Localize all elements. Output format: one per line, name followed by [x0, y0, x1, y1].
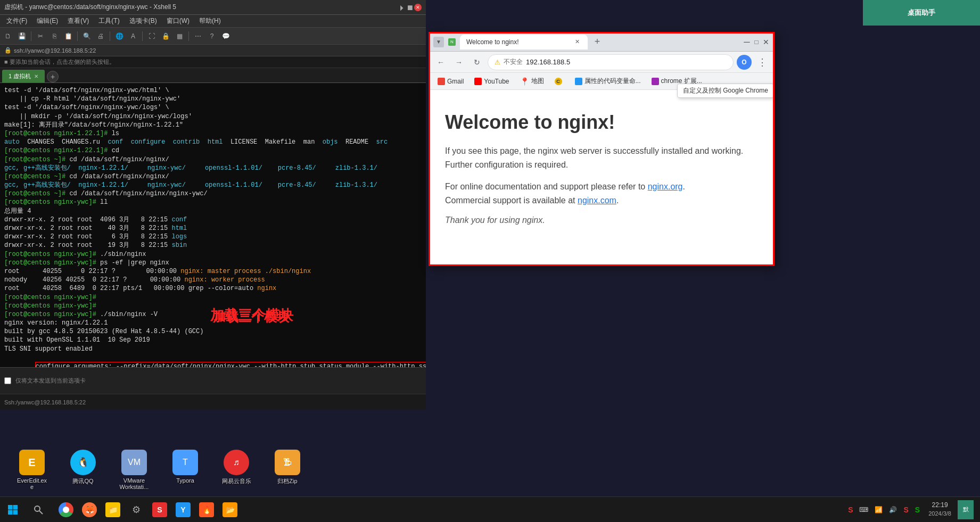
chrome-active-tab[interactable]: Welcome to nginx! ✕: [460, 35, 588, 49]
toolbar-cut-btn[interactable]: ✂: [35, 30, 46, 42]
taskbar-search-btn[interactable]: [26, 497, 51, 523]
tab-vm1[interactable]: 1 虚拟机 ✕: [2, 70, 45, 82]
windows-taskbar: 🦊 📁 ⚙ S Y 🔥 📂 S ⌨ 📶 🔊 S S: [0, 496, 980, 522]
chrome-refresh-btn[interactable]: ↻: [470, 55, 484, 70]
toolbar-global-btn[interactable]: 🌐: [113, 30, 125, 42]
tray-lang-label: 默: [963, 506, 969, 513]
desktop-assistant-bar[interactable]: 桌面助手: [863, 0, 980, 26]
toolbar-paste-btn[interactable]: 📋: [62, 30, 74, 42]
vm-media-icon[interactable]: ⏵⏹: [401, 3, 411, 12]
tray-s1[interactable]: S: [846, 504, 855, 515]
toolbar-help-btn[interactable]: ?: [206, 30, 218, 42]
chrome-profile-btn[interactable]: O: [737, 55, 752, 70]
toolbar-chat-btn[interactable]: 💬: [220, 30, 232, 42]
vmware-icon: VM: [121, 450, 147, 475]
toolbar-print-btn[interactable]: 🖨: [95, 30, 106, 42]
chrome-back-btn[interactable]: ←: [433, 55, 448, 70]
term-line-17: drwxr-xr-x. 2 root root 40 3月 8 22:15 ht…: [4, 224, 422, 233]
menu-window[interactable]: 窗口(W): [162, 15, 194, 27]
send-bar: 仅将文本发送到当前选项卡: [0, 367, 426, 394]
chrome-address-bar[interactable]: ⚠ 不安全 192.168.188.5: [488, 54, 734, 70]
taskbar-app-chrome[interactable]: [55, 499, 77, 520]
toolbar-save-btn[interactable]: 💾: [16, 30, 28, 42]
taskbar-start-btn[interactable]: [0, 497, 26, 523]
chrome-tab-title: Welcome to nginx!: [466, 38, 519, 46]
toolbar-extra-btn[interactable]: ▦: [174, 30, 185, 42]
menu-bar: 文件(F) 编辑(E) 查看(V) 工具(T) 选项卡(B) 窗口(W) 帮助(…: [0, 15, 426, 28]
chrome-maximize-btn[interactable]: □: [753, 38, 760, 46]
taskbar-app-fire[interactable]: 🔥: [196, 499, 217, 520]
taskbar-app-files[interactable]: 📁: [102, 499, 123, 520]
everedit-label: EverEdit.exe: [17, 477, 47, 490]
tab-close-icon[interactable]: ✕: [34, 73, 38, 79]
chrome-minimize-btn[interactable]: ─: [743, 38, 751, 46]
menu-view[interactable]: 查看(V): [63, 15, 93, 27]
menu-file[interactable]: 文件(F): [2, 15, 31, 27]
toolbar: 🗋 💾 ✂ ⎘ 📋 🔍 🖨 🌐 A ⛶ 🔒 ▦ ⋯ ? 💬: [0, 28, 426, 45]
toolbar-new-btn[interactable]: 🗋: [2, 30, 14, 42]
send-to-tab-checkbox[interactable]: [4, 377, 11, 384]
term-line-2: || cp -R html '/data/soft/nginx/nginx-yw…: [4, 95, 422, 103]
toolbar-sep4: [142, 31, 143, 41]
toolbar-find-btn[interactable]: 🔍: [81, 30, 93, 42]
term-line-25: [root@centos nginx-ywc]#: [4, 293, 422, 302]
annotation-text: 加载三个模块: [210, 306, 293, 325]
tray-wifi[interactable]: 📶: [872, 505, 885, 515]
toolbar-resize-btn[interactable]: ⛶: [146, 30, 158, 42]
bookmark-maps[interactable]: 📍 地图: [516, 75, 548, 88]
taskbar-app-red[interactable]: S: [149, 499, 170, 520]
toolbar-text-btn[interactable]: A: [127, 30, 139, 42]
chrome-forward-btn[interactable]: →: [451, 55, 466, 70]
bookmark-c[interactable]: C: [550, 75, 569, 88]
tray-s2[interactable]: S: [901, 504, 910, 515]
chrome-insecure-icon: ⚠: [495, 59, 500, 66]
term-line-10: gcc, g++高线安装包/ nginx-1.22.1/ nginx-ywc/ …: [4, 164, 422, 172]
nginx-para2: For online documentation and support ple…: [445, 180, 758, 207]
tray-volume[interactable]: 🔊: [887, 505, 899, 515]
chrome-content-area: Welcome to nginx! If you see this page, …: [429, 90, 774, 266]
chrome-nav-bar: ← → ↻ ⚠ 不安全 192.168.188.5 O ⋮ 自定义及控制 Goo…: [429, 52, 774, 73]
menu-tools[interactable]: 工具(T): [94, 15, 123, 27]
desktop-icon-netease[interactable]: ♬ 网易云音乐: [215, 450, 258, 490]
tray-s3[interactable]: S: [913, 504, 922, 515]
tray-lang-btn[interactable]: 默: [958, 500, 974, 519]
tray-keyboard[interactable]: ⌨: [857, 505, 870, 515]
chrome-new-tab-btn[interactable]: +: [590, 35, 605, 49]
menu-help[interactable]: 帮助(H): [195, 15, 225, 27]
svg-rect-2: [8, 510, 13, 515]
ssh-bar: 🔒 ssh://yanwc@192.168.188.5:22: [0, 45, 426, 56]
everedit-icon: E: [19, 450, 45, 475]
tray-clock[interactable]: 22:19 2024/3/8: [924, 501, 956, 518]
chrome-dropdown-btn[interactable]: ▼: [433, 37, 444, 47]
toolbar-copy-btn[interactable]: ⎘: [48, 30, 60, 42]
bookmark-youtube[interactable]: YouTube: [470, 75, 513, 88]
bookmark-code[interactable]: 属性的代码变量命...: [571, 75, 645, 88]
taskbar-app-settings[interactable]: ⚙: [126, 499, 147, 520]
vm-close-btn[interactable]: ✕: [414, 4, 422, 11]
bookmark-gmail-label: Gmail: [447, 78, 464, 85]
desktop-icon-qq[interactable]: 🐧 腾讯QQ: [62, 450, 104, 490]
nginx-thanks: Thank you for using nginx.: [445, 216, 758, 225]
desktop-icon-zip[interactable]: 🗜 归档Zip: [266, 450, 309, 490]
bookmark-gmail[interactable]: Gmail: [433, 75, 468, 88]
nginx-com-link[interactable]: nginx.com: [578, 196, 616, 205]
toolbar-lock-btn[interactable]: 🔒: [160, 30, 171, 42]
desktop-icon-typora[interactable]: T Typora: [164, 450, 207, 490]
taskbar-app-firefox[interactable]: 🦊: [79, 499, 100, 520]
toolbar-more-btn[interactable]: ⋯: [192, 30, 204, 42]
menu-tab[interactable]: 选项卡(B): [125, 15, 161, 27]
term-line-5: make[1]: 离开目录"/data/soft/nginx/nginx-1.2…: [4, 121, 422, 129]
chrome-tab-close-btn[interactable]: ✕: [573, 38, 581, 46]
nginx-org-link[interactable]: nginx.org: [648, 182, 683, 191]
red-app-icon: S: [152, 502, 167, 517]
tab-add-btn[interactable]: +: [47, 71, 59, 82]
taskbar-app-y[interactable]: Y: [172, 499, 194, 520]
chrome-menu-btn[interactable]: ⋮: [755, 55, 770, 70]
term-line-16: drwxr-xr-x. 2 root root 4096 3月 8 22:15 …: [4, 216, 422, 224]
desktop-icon-vmware[interactable]: VM VMwareWorkstati...: [113, 450, 155, 490]
menu-edit[interactable]: 编辑(E): [32, 15, 62, 27]
taskbar-app-files2[interactable]: 📂: [219, 499, 241, 520]
netease-label: 网易云音乐: [222, 477, 251, 485]
chrome-close-btn[interactable]: ✕: [762, 38, 770, 46]
desktop-icon-everedit[interactable]: E EverEdit.exe: [11, 450, 53, 490]
